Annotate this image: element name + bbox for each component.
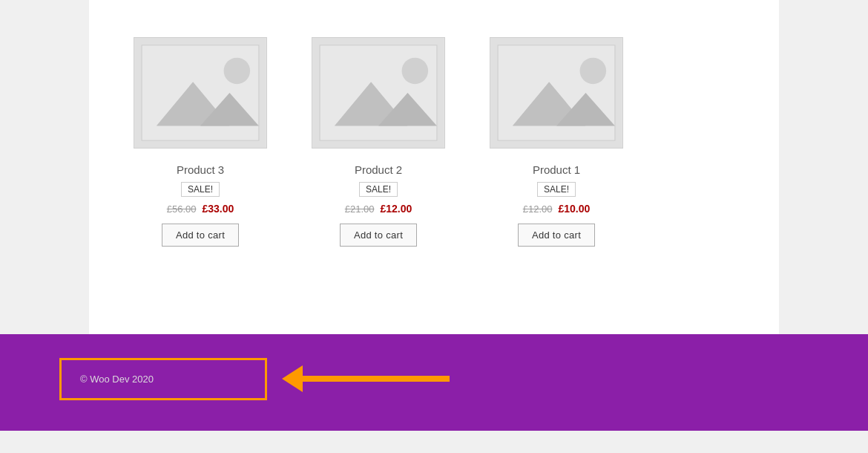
- footer-content: © Woo Dev 2020: [59, 358, 450, 400]
- arrow-head: [282, 365, 303, 392]
- arrow-line: [301, 376, 450, 382]
- footer: © Woo Dev 2020: [0, 334, 868, 431]
- price-wrapper: £21.00 £12.00: [345, 203, 412, 215]
- product-image: [312, 37, 445, 149]
- sale-badge: SALE!: [359, 182, 398, 197]
- product-name: Product 3: [177, 163, 224, 176]
- original-price: £12.00: [523, 203, 553, 215]
- svg-point-9: [402, 58, 429, 85]
- add-to-cart-button[interactable]: Add to cart: [518, 224, 595, 247]
- product-image: [134, 37, 267, 149]
- sale-price: £33.00: [202, 203, 234, 215]
- arrow-shape: [282, 365, 450, 392]
- add-to-cart-button[interactable]: Add to cart: [162, 224, 239, 247]
- arrow-container: [282, 365, 450, 392]
- svg-point-14: [580, 58, 607, 85]
- product-card: Product 2 SALE! £21.00 £12.00 Add to car…: [297, 37, 460, 247]
- product-name: Product 2: [355, 163, 402, 176]
- product-image: [490, 37, 623, 149]
- svg-point-4: [224, 58, 251, 85]
- main-content: Product 3 SALE! £56.00 £33.00 Add to car…: [89, 0, 779, 334]
- product-name: Product 1: [533, 163, 580, 176]
- original-price: £21.00: [345, 203, 375, 215]
- product-grid: Product 3 SALE! £56.00 £33.00 Add to car…: [119, 30, 749, 247]
- sale-badge: SALE!: [537, 182, 576, 197]
- product-card: Product 1 SALE! £12.00 £10.00 Add to car…: [475, 37, 638, 247]
- product-card: Product 3 SALE! £56.00 £33.00 Add to car…: [119, 37, 282, 247]
- sale-price: £12.00: [380, 203, 412, 215]
- sale-price: £10.00: [558, 203, 590, 215]
- copyright-box: © Woo Dev 2020: [59, 358, 267, 400]
- price-wrapper: £56.00 £33.00: [167, 203, 234, 215]
- original-price: £56.00: [167, 203, 197, 215]
- sale-badge: SALE!: [181, 182, 220, 197]
- price-wrapper: £12.00 £10.00: [523, 203, 591, 215]
- add-to-cart-button[interactable]: Add to cart: [340, 224, 417, 247]
- copyright-text: © Woo Dev 2020: [80, 374, 154, 385]
